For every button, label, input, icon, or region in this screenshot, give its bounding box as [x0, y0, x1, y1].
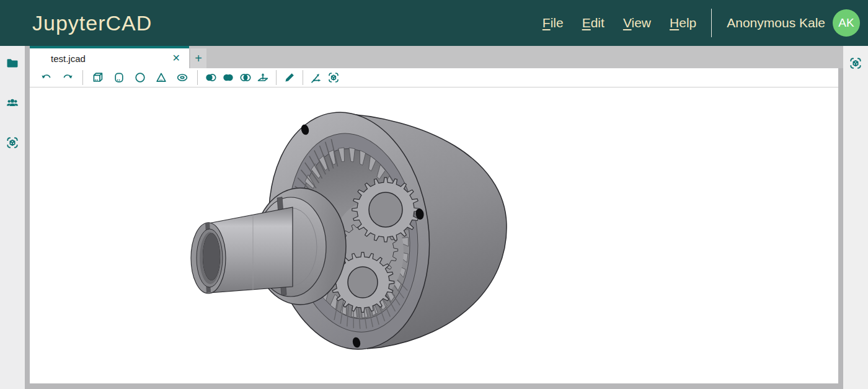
right-sidebar [843, 46, 868, 389]
app-header: JupyterCAD File Edit View Help Anonymous… [0, 0, 868, 46]
toolbar-separator [197, 70, 198, 85]
new-torus-button[interactable] [172, 69, 193, 86]
right-divider [838, 68, 843, 389]
new-tab-button[interactable]: + [190, 48, 206, 68]
sidebar-item-file-browser[interactable] [2, 55, 22, 74]
extrusion-button[interactable] [254, 69, 272, 86]
toolbar-separator [82, 70, 83, 85]
new-box-button[interactable] [87, 69, 108, 86]
sphere-icon [134, 71, 146, 84]
header-divider [711, 9, 712, 37]
box-icon [92, 71, 104, 84]
cut-button[interactable] [202, 69, 219, 86]
header-right: File Edit View Help Anonymous Kale AK [542, 9, 868, 37]
cad-toolbar [30, 68, 838, 87]
exploded-view-icon [327, 71, 340, 84]
cylinder-icon [113, 71, 125, 84]
toolbar-separator [303, 70, 303, 85]
torus-icon [176, 71, 188, 84]
bottom-divider [30, 383, 838, 389]
user-avatar[interactable]: AK [833, 9, 860, 37]
cube-viewfinder-icon [6, 136, 19, 152]
sidebar-item-cad-panel[interactable] [2, 134, 22, 154]
union-icon [222, 71, 234, 84]
tab-test-jcad[interactable]: test.jcad ✕ [30, 46, 189, 68]
menu-file[interactable]: File [542, 16, 564, 30]
menu-help[interactable]: Help [670, 16, 696, 30]
new-sphere-button[interactable] [130, 69, 151, 86]
undo-button[interactable] [36, 69, 57, 86]
menu-view[interactable]: View [623, 16, 651, 30]
intersection-button[interactable] [237, 69, 254, 86]
left-sidebar [0, 46, 25, 389]
menu-bar: File Edit View Help [542, 16, 696, 30]
app-logo: JupyterCAD [32, 11, 152, 35]
new-cone-button[interactable] [151, 69, 172, 86]
tab-label: test.jcad [51, 53, 86, 64]
sidebar-item-collaborators[interactable] [2, 94, 22, 114]
sidebar-item-properties-panel[interactable] [846, 55, 866, 74]
cut-icon [205, 71, 217, 84]
jupytercad-app: JupyterCAD File Edit View Help Anonymous… [0, 0, 868, 389]
axes-helper-button[interactable] [308, 69, 325, 86]
redo-button[interactable] [57, 69, 78, 86]
cad-model-planetary-gearbox [30, 87, 838, 383]
extrusion-icon [257, 71, 269, 84]
undo-icon [40, 71, 53, 84]
new-cylinder-button[interactable] [108, 69, 130, 86]
sketch-button[interactable] [281, 69, 298, 86]
union-button[interactable] [219, 69, 237, 86]
menu-edit[interactable]: Edit [582, 16, 604, 30]
tab-close-icon[interactable]: ✕ [172, 53, 180, 63]
toolbar-separator [276, 70, 277, 85]
cube-viewfinder-icon [849, 56, 862, 73]
user-name: Anonymous Kale [727, 16, 825, 30]
intersection-icon [239, 71, 252, 84]
axes-icon [310, 71, 322, 84]
left-divider [25, 46, 30, 389]
tab-bar: test.jcad ✕ + [30, 46, 843, 68]
redo-icon [61, 71, 74, 84]
pencil-icon [283, 71, 296, 84]
cone-icon [155, 71, 167, 84]
folder-icon [6, 56, 19, 73]
3d-viewport[interactable] [30, 87, 838, 383]
users-icon [6, 96, 19, 112]
exploded-view-button[interactable] [325, 69, 342, 86]
